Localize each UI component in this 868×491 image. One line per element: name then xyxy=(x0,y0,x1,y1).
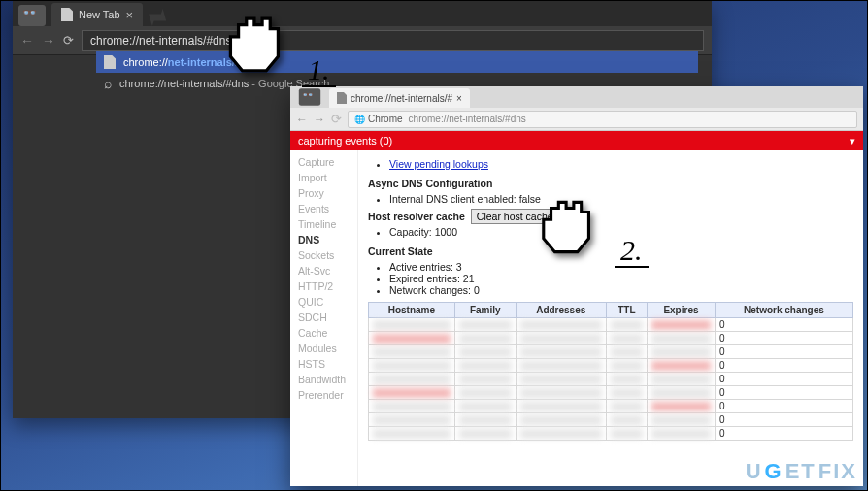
column-header: Family xyxy=(454,303,516,318)
tab-title: New Tab xyxy=(79,9,120,20)
blurred-cell xyxy=(454,332,516,345)
blurred-cell xyxy=(648,359,716,373)
clear-host-cache-button[interactable]: Clear host cache xyxy=(471,209,559,224)
sidebar-item-events[interactable]: Events xyxy=(290,201,357,216)
browser-tab[interactable]: chrome://net-internals/# × xyxy=(329,88,470,108)
reload-icon[interactable]: ⟳ xyxy=(331,112,342,126)
dns-panel: View pending lookups Async DNS Configura… xyxy=(358,150,863,486)
omnibox[interactable] xyxy=(82,30,704,51)
table-row: 0 xyxy=(369,413,853,427)
blurred-cell xyxy=(648,345,716,359)
sidebar-item-timeline[interactable]: Timeline xyxy=(290,216,357,232)
window-net-internals: chrome://net-internals/# × ← → ⟳ Chrome … xyxy=(290,86,863,486)
dns-table: HostnameFamilyAddressesTTLExpiresNetwork… xyxy=(368,302,853,441)
url-path: chrome://net-internals/#dns xyxy=(409,114,526,124)
sidebar: CaptureImportProxyEventsTimelineDNSSocke… xyxy=(290,150,358,486)
close-icon[interactable]: × xyxy=(456,93,462,104)
table-row: 0 xyxy=(369,427,853,441)
globe-icon xyxy=(354,114,365,124)
view-pending-link[interactable]: View pending lookups xyxy=(389,158,488,170)
search-icon xyxy=(104,76,112,91)
column-header: Expires xyxy=(648,303,716,318)
network-changes-cell: 0 xyxy=(715,373,852,386)
blurred-cell xyxy=(606,345,647,359)
column-header: Network changes xyxy=(715,303,852,318)
blurred-cell xyxy=(516,345,606,359)
sidebar-item-bandwidth[interactable]: Bandwidth xyxy=(290,372,357,387)
blurred-cell xyxy=(648,413,716,427)
page-icon xyxy=(337,92,347,104)
page-icon xyxy=(61,8,73,21)
blurred-cell xyxy=(369,386,455,400)
current-state-item: Expired entries: 21 xyxy=(389,273,853,284)
table-row: 0 xyxy=(369,332,853,345)
network-changes-cell: 0 xyxy=(715,359,852,373)
blurred-cell xyxy=(369,332,455,345)
blurred-cell xyxy=(369,427,455,441)
network-changes-cell: 0 xyxy=(715,332,852,345)
sidebar-item-import[interactable]: Import xyxy=(290,170,357,185)
table-row: 0 xyxy=(369,373,853,386)
network-changes-cell: 0 xyxy=(715,345,852,359)
blurred-cell xyxy=(516,400,606,413)
blurred-cell xyxy=(606,359,647,373)
table-row: 0 xyxy=(369,359,853,373)
blurred-cell xyxy=(516,373,606,386)
sidebar-item-sockets[interactable]: Sockets xyxy=(290,247,357,263)
capture-bar[interactable]: capturing events (0) ▾ xyxy=(290,131,863,150)
back-icon[interactable]: ← xyxy=(20,33,34,49)
incognito-icon xyxy=(18,5,46,26)
sidebar-item-sdch[interactable]: SDCH xyxy=(290,310,357,325)
blurred-cell xyxy=(369,413,455,427)
tabstrip: New Tab × xyxy=(13,1,712,26)
blurred-cell xyxy=(648,386,716,400)
blurred-cell xyxy=(516,386,606,400)
sidebar-item-proxy[interactable]: Proxy xyxy=(290,185,357,201)
host-resolver-label: Host resolver cache xyxy=(368,211,465,222)
forward-icon: → xyxy=(42,33,55,49)
network-changes-cell: 0 xyxy=(715,400,852,413)
sidebar-item-altsvc[interactable]: Alt-Svc xyxy=(290,263,357,278)
omnibox[interactable]: Chrome chrome://net-internals/#dns xyxy=(348,111,857,128)
incognito-icon xyxy=(299,88,320,106)
chevron-down-icon[interactable]: ▾ xyxy=(850,135,855,147)
close-icon[interactable]: × xyxy=(126,8,134,22)
sidebar-item-capture[interactable]: Capture xyxy=(290,154,357,170)
sidebar-item-dns[interactable]: DNS xyxy=(290,232,357,247)
blurred-cell xyxy=(606,373,647,386)
suggestion-item[interactable]: chrome://net-internals/#dns xyxy=(96,51,698,73)
blurred-cell xyxy=(369,318,455,332)
table-row: 0 xyxy=(369,318,853,332)
watermark: UGETFIX xyxy=(746,459,857,484)
blurred-cell xyxy=(369,373,455,386)
sidebar-item-quic[interactable]: QUIC xyxy=(290,294,357,310)
blurred-cell xyxy=(606,386,647,400)
sidebar-item-modules[interactable]: Modules xyxy=(290,341,357,356)
back-icon[interactable]: ← xyxy=(296,113,308,126)
sidebar-item-cache[interactable]: Cache xyxy=(290,325,357,341)
blurred-cell xyxy=(648,427,716,441)
current-state-item: Network changes: 0 xyxy=(389,284,853,296)
section-heading: Async DNS Configuration xyxy=(368,178,853,189)
blurred-cell xyxy=(648,373,716,386)
blurred-cell xyxy=(516,413,606,427)
blurred-cell xyxy=(454,345,516,359)
column-header: TTL xyxy=(606,303,647,318)
browser-tab[interactable]: New Tab × xyxy=(51,3,143,26)
blurred-cell xyxy=(369,400,455,413)
reload-icon[interactable]: ⟳ xyxy=(63,33,74,48)
column-header: Hostname xyxy=(369,303,455,318)
sidebar-item-prerender[interactable]: Prerender xyxy=(290,387,357,403)
async-item: Internal DNS client enabled: false xyxy=(389,193,853,205)
blurred-cell xyxy=(369,345,455,359)
sidebar-item-http2[interactable]: HTTP/2 xyxy=(290,278,357,294)
new-tab-button[interactable] xyxy=(149,9,166,26)
omnibox-input[interactable] xyxy=(90,34,695,48)
blurred-cell xyxy=(648,400,716,413)
table-row: 0 xyxy=(369,400,853,413)
sidebar-item-hsts[interactable]: HSTS xyxy=(290,356,357,372)
blurred-cell xyxy=(454,373,516,386)
blurred-cell xyxy=(606,400,647,413)
blurred-cell xyxy=(454,359,516,373)
blurred-cell xyxy=(648,332,716,345)
